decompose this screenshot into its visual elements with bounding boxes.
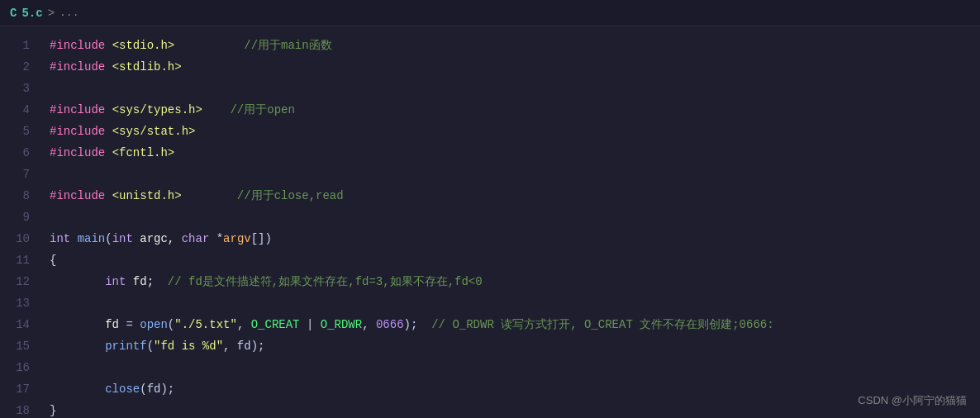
line-number: 18 [7,400,30,418]
watermark: CSDN @小阿宁的猫猫 [858,393,967,408]
line-number: 10 [7,228,30,249]
code-line: #include <unistd.h> //用于close,read [50,185,980,207]
line-numbers: 123456789101112131415161718 [0,26,43,418]
code-editor: 123456789101112131415161718 #include <st… [0,26,980,418]
code-line: #include <stdlib.h> [50,56,980,78]
title-bar: C 5.c > ... [0,0,980,26]
line-number: 6 [7,142,30,164]
code-line [50,78,980,99]
filename: 5.c [21,7,42,20]
line-number: 15 [7,335,30,357]
line-number: 16 [7,357,30,378]
code-line: printf("fd is %d", fd); [50,335,980,357]
line-number: 2 [7,56,30,78]
code-line: int main(int argc, char *argv[]) [50,228,980,249]
code-line: #include <sys/types.h> //用于open [50,99,980,121]
code-line: #include <fcntl.h> [50,142,980,164]
path: ... [59,7,78,19]
code-line [50,164,980,185]
file-type-icon: C [10,7,17,20]
line-number: 3 [7,78,30,99]
code-line: #include <stdio.h> //用于main函数 [50,35,980,56]
line-number: 5 [7,121,30,142]
line-number: 11 [7,249,30,271]
code-line [50,207,980,228]
code-content: #include <stdio.h> //用于main函数#include <s… [43,26,980,418]
line-number: 4 [7,99,30,121]
code-line: int fd; // fd是文件描述符,如果文件存在,fd=3,如果不存在,fd… [50,271,980,292]
line-number: 8 [7,185,30,207]
line-number: 17 [7,378,30,400]
line-number: 9 [7,207,30,228]
line-number: 13 [7,292,30,314]
code-line: } [50,400,980,418]
separator: > [48,7,55,20]
code-line [50,357,980,378]
code-line: { [50,249,980,271]
line-number: 14 [7,314,30,335]
line-number: 1 [7,35,30,56]
line-number: 7 [7,164,30,185]
code-line [50,292,980,314]
code-line: close(fd); [50,378,980,400]
code-line: fd = open("./5.txt", O_CREAT | O_RDWR, 0… [50,314,980,335]
code-line: #include <sys/stat.h> [50,121,980,142]
line-number: 12 [7,271,30,292]
